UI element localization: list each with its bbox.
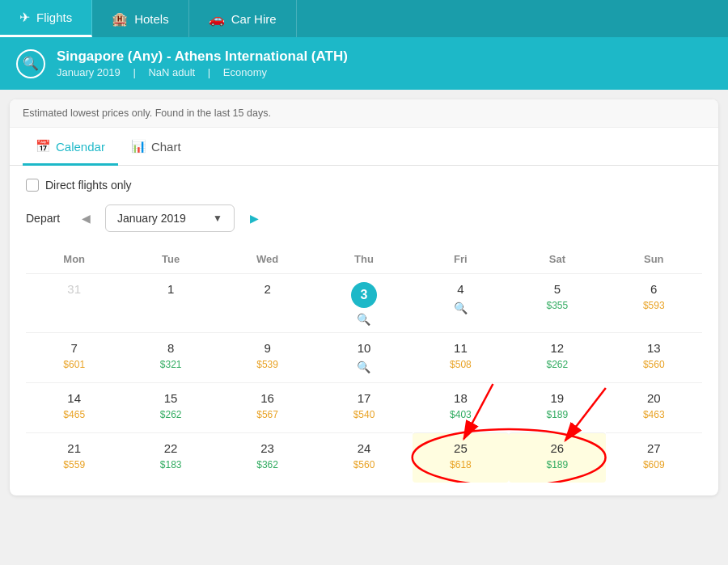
- cal-cell-23[interactable]: 23$362: [219, 432, 315, 483]
- nav-tabs: ✈ Flights 🏨 Hotels 🚗 Car Hire: [0, 0, 728, 37]
- price-16: $567: [256, 409, 278, 420]
- view-tab-chart[interactable]: 📊 Chart: [118, 128, 194, 166]
- price-24: $560: [353, 459, 375, 470]
- prev-month-button[interactable]: ◀: [74, 207, 97, 230]
- cal-cell-9[interactable]: 9$539: [219, 332, 315, 382]
- cal-cell-14[interactable]: 14$465: [26, 382, 122, 432]
- depart-label: Depart: [26, 212, 66, 225]
- cal-cell-27[interactable]: 27$609: [606, 432, 702, 483]
- price-6: $593: [643, 300, 665, 311]
- cal-cell-31[interactable]: 31: [26, 273, 122, 332]
- day-num-15: 15: [164, 391, 178, 406]
- cal-cell-16[interactable]: 16$567: [219, 382, 315, 432]
- price-7: $601: [63, 359, 85, 370]
- cal-cell-8[interactable]: 8$321: [122, 332, 218, 382]
- cal-cell-11[interactable]: 11$508: [413, 332, 509, 382]
- search-meta: January 2019 | NaN adult | Economy: [57, 66, 348, 78]
- cal-cell-2[interactable]: 2: [219, 273, 315, 332]
- cal-cell-7[interactable]: 7$601: [26, 332, 122, 382]
- direct-flights-label[interactable]: Direct flights only: [45, 179, 132, 192]
- search-mag-10[interactable]: 🔍: [357, 361, 370, 373]
- calendar-icon: 📅: [36, 139, 51, 154]
- cal-cell-1[interactable]: 1: [122, 273, 218, 332]
- day-num-3: 3: [351, 282, 377, 308]
- calendar-section: Direct flights only Depart ◀ January 201…: [10, 166, 718, 495]
- price-5: $355: [547, 300, 569, 311]
- day-num-4: 4: [457, 282, 463, 297]
- header-sat: Sat: [509, 248, 605, 270]
- calendar-tab-label: Calendar: [56, 140, 105, 154]
- hotels-icon: 🏨: [112, 11, 128, 27]
- price-12: $262: [547, 359, 569, 370]
- day-num-1: 1: [167, 282, 174, 297]
- day-num-17: 17: [358, 391, 371, 406]
- day-num-12: 12: [551, 341, 565, 356]
- cal-cell-25[interactable]: 25$618: [413, 432, 509, 483]
- header-mon: Mon: [26, 248, 122, 270]
- price-27: $609: [643, 459, 665, 470]
- day-num-13: 13: [647, 341, 661, 356]
- next-month-button[interactable]: ▶: [243, 207, 265, 230]
- view-tabs: 📅 Calendar 📊 Chart: [10, 128, 718, 166]
- day-num-14: 14: [67, 391, 81, 406]
- cal-cell-12[interactable]: 12$262: [509, 332, 605, 382]
- price-23: $362: [256, 459, 278, 470]
- day-num-16: 16: [260, 391, 274, 406]
- day-num-20: 20: [647, 391, 661, 406]
- header-wed: Wed: [219, 248, 315, 270]
- direct-flights-checkbox[interactable]: [26, 179, 39, 192]
- cal-cell-4[interactable]: 4🔍: [413, 273, 509, 332]
- car-icon: 🚗: [209, 11, 225, 27]
- main-content: Estimated lowest prices only. Found in t…: [10, 99, 718, 495]
- cal-cell-6[interactable]: 6$593: [606, 273, 702, 332]
- search-class: Economy: [223, 66, 267, 78]
- price-14: $465: [63, 409, 85, 420]
- cal-cell-22[interactable]: 22$183: [122, 432, 218, 483]
- tab-car-hire-label: Car Hire: [231, 12, 277, 26]
- month-selector[interactable]: January 2019 ▼: [105, 204, 235, 232]
- day-num-27: 27: [647, 441, 661, 456]
- calendar-body: 31123🔍4🔍5$3556$5937$6018$3219$53910🔍11$5…: [26, 273, 702, 483]
- cal-cell-10[interactable]: 10🔍: [315, 332, 412, 382]
- cal-cell-21[interactable]: 21$559: [26, 432, 122, 483]
- cal-cell-24[interactable]: 24$560: [315, 432, 412, 483]
- day-num-25: 25: [454, 441, 468, 456]
- price-25: $618: [450, 459, 472, 470]
- search-info: Singapore (Any) - Athens International (…: [57, 48, 348, 78]
- day-num-23: 23: [260, 441, 274, 456]
- cal-cell-13[interactable]: 13$560: [606, 332, 702, 382]
- notice-text: Estimated lowest prices only. Found in t…: [10, 99, 718, 128]
- cal-cell-15[interactable]: 15$262: [122, 382, 218, 432]
- calendar-wrapper: Mon Tue Wed Thu Fri Sat Sun 31123🔍4🔍5$35…: [26, 248, 702, 483]
- header-sun: Sun: [606, 248, 702, 270]
- cal-cell-18[interactable]: 18$403: [413, 382, 509, 432]
- tab-hotels-label: Hotels: [134, 12, 169, 26]
- price-22: $183: [160, 459, 182, 470]
- tab-flights[interactable]: ✈ Flights: [0, 0, 92, 37]
- header-tue: Tue: [122, 248, 218, 270]
- cal-cell-3[interactable]: 3🔍: [315, 273, 412, 332]
- cal-cell-17[interactable]: 17$540: [315, 382, 412, 432]
- cal-cell-20[interactable]: 20$463: [606, 382, 702, 432]
- day-num-5: 5: [554, 282, 561, 297]
- day-num-19: 19: [551, 391, 565, 406]
- tab-car-hire[interactable]: 🚗 Car Hire: [189, 0, 297, 37]
- cal-cell-26[interactable]: 26$189: [509, 432, 605, 483]
- day-num-11: 11: [454, 341, 468, 356]
- depart-row: Depart ◀ January 2019 ▼ ▶: [26, 204, 702, 232]
- tab-flights-label: Flights: [36, 11, 72, 24]
- price-18: $403: [450, 409, 472, 420]
- search-mag-4[interactable]: 🔍: [454, 301, 468, 314]
- cal-cell-5[interactable]: 5$355: [509, 273, 605, 332]
- price-11: $508: [450, 359, 472, 370]
- app-container: ✈ Flights 🏨 Hotels 🚗 Car Hire 🔍 Singapor…: [0, 0, 728, 495]
- day-num-7: 7: [71, 341, 78, 356]
- day-num-8: 8: [167, 341, 174, 356]
- cal-cell-19[interactable]: 19$189: [509, 382, 605, 432]
- route-title: Singapore (Any) - Athens International (…: [57, 48, 348, 65]
- tab-hotels[interactable]: 🏨 Hotels: [92, 0, 189, 37]
- view-tab-calendar[interactable]: 📅 Calendar: [23, 128, 118, 166]
- search-icon[interactable]: 🔍: [16, 49, 45, 78]
- search-mag-3[interactable]: 🔍: [357, 313, 370, 326]
- price-19: $189: [547, 409, 569, 420]
